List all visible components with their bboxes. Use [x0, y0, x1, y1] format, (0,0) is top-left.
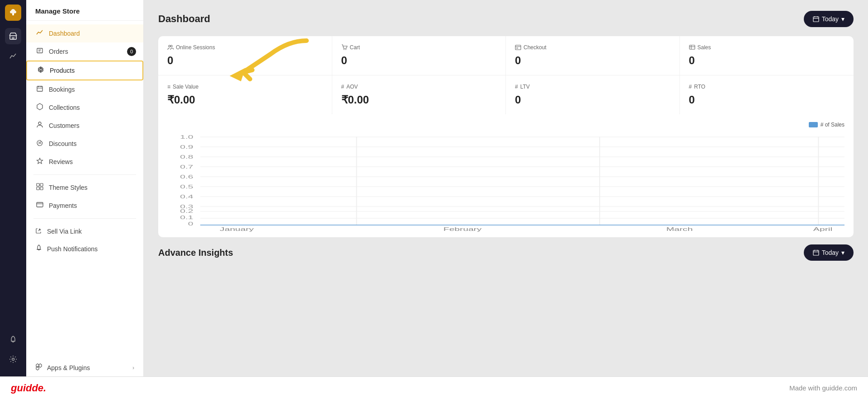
sidebar-item-orders[interactable]: Orders 0	[26, 42, 143, 61]
svg-rect-9	[37, 86, 42, 91]
bell-icon-btn[interactable]	[5, 331, 21, 347]
svg-marker-13	[37, 103, 42, 110]
store-icon-btn[interactable]	[5, 28, 21, 44]
reviews-label: Reviews	[49, 158, 73, 165]
svg-rect-19	[37, 183, 39, 186]
stat-online-sessions: Online Sessions 0	[158, 36, 332, 75]
stat-aov: # AOV ₹0.00	[332, 75, 506, 114]
svg-point-15	[38, 142, 39, 143]
sidebar-item-push-notifications[interactable]: Push Notifications	[26, 240, 143, 258]
today-button[interactable]: Today ▾	[804, 11, 854, 27]
app-logo[interactable]	[5, 5, 21, 21]
advance-insights-header: Advance Insights Today ▾	[158, 244, 854, 261]
bottom-bar: guidde. Made with guidde.com	[0, 376, 868, 399]
svg-rect-37	[516, 47, 518, 49]
sidebar-item-collections[interactable]: Collections	[26, 99, 143, 117]
svg-text:April: April	[813, 226, 832, 232]
dashboard-header: Dashboard Today ▾	[158, 11, 854, 27]
reviews-icon	[35, 157, 44, 166]
chart-icon-btn[interactable]	[5, 48, 21, 64]
chevron-right-icon: ›	[132, 365, 134, 371]
rto-label: RTO	[694, 84, 705, 90]
sidebar-item-bookings[interactable]: Bookings	[26, 80, 143, 99]
nav-divider-2	[33, 218, 136, 219]
aov-value: ₹0.00	[341, 94, 497, 106]
advance-today-button[interactable]: Today ▾	[804, 244, 854, 261]
svg-rect-70	[813, 250, 819, 255]
sell-via-link-label: Sell Via Link	[47, 228, 82, 235]
svg-point-14	[38, 122, 41, 125]
svg-point-3	[12, 358, 14, 361]
stats-row-2: ≡ Sale Value ₹0.00 # AOV ₹0.00 # LTV	[158, 75, 854, 114]
sidebar-item-payments[interactable]: Payments	[26, 197, 143, 215]
stat-rto: # RTO 0	[680, 75, 854, 114]
svg-rect-0	[12, 13, 14, 15]
svg-text:0: 0	[188, 221, 193, 226]
svg-text:0.2: 0.2	[180, 208, 193, 214]
svg-rect-35	[515, 45, 521, 50]
svg-point-17	[40, 143, 41, 144]
legend-color	[809, 122, 818, 127]
products-label: Products	[50, 67, 75, 74]
svg-text:March: March	[666, 226, 693, 232]
apps-plugins-label: Apps & Plugins	[47, 364, 90, 371]
sell-via-link-icon	[35, 227, 42, 235]
bookings-icon	[35, 85, 44, 94]
svg-rect-38	[689, 45, 695, 49]
checkout-label: Checkout	[524, 44, 547, 51]
guidde-logo: guidde.	[11, 382, 46, 394]
chart-area: # of Sales 1.0 0.9 0.8 0.7 0.6 0.5 0.4 0…	[158, 114, 854, 237]
sidebar-nav: Dashboard Orders 0	[26, 21, 143, 359]
stat-sale-value: ≡ Sale Value ₹0.00	[158, 75, 332, 114]
orders-icon	[35, 47, 44, 56]
chart-container: 1.0 0.9 0.8 0.7 0.6 0.5 0.4 0.3 0.2 0.1 …	[167, 132, 844, 232]
sale-value-label: Sale Value	[173, 84, 198, 90]
theme-styles-label: Theme Styles	[49, 184, 88, 191]
cart-value: 0	[341, 54, 497, 67]
dashboard-title: Dashboard	[158, 13, 210, 25]
checkout-value: 0	[515, 54, 670, 67]
ltv-label: LTV	[520, 84, 530, 90]
svg-marker-18	[37, 158, 43, 164]
svg-text:February: February	[443, 226, 482, 232]
customers-icon	[35, 121, 44, 130]
products-icon	[36, 66, 45, 75]
sidebar-item-sell-via-link[interactable]: Sell Via Link	[26, 222, 143, 240]
icon-bar	[0, 0, 26, 376]
sidebar-item-products[interactable]: Products	[26, 61, 143, 80]
svg-rect-23	[37, 202, 43, 207]
rto-value: 0	[689, 94, 845, 106]
online-sessions-value: 0	[167, 54, 323, 67]
svg-rect-22	[40, 187, 43, 190]
svg-text:1.0: 1.0	[180, 134, 193, 140]
sidebar-item-discounts[interactable]: Discounts	[26, 135, 143, 153]
sidebar-item-reviews[interactable]: Reviews	[26, 153, 143, 171]
svg-rect-2	[12, 37, 14, 39]
apps-icon	[35, 363, 42, 372]
svg-rect-21	[37, 187, 39, 190]
sidebar-item-apps-plugins[interactable]: Apps & Plugins ›	[26, 359, 143, 376]
gear-icon-btn[interactable]	[5, 351, 21, 367]
payments-icon	[35, 201, 44, 210]
orders-label: Orders	[49, 48, 68, 55]
svg-point-31	[169, 45, 170, 47]
sidebar-item-theme-styles[interactable]: Theme Styles	[26, 178, 143, 197]
chart-legend-label: # of Sales	[821, 122, 844, 128]
svg-text:0.7: 0.7	[180, 164, 193, 169]
svg-rect-4	[37, 48, 42, 53]
stats-row-1: Online Sessions 0 Cart 0	[158, 36, 854, 75]
svg-text:0.1: 0.1	[180, 215, 193, 220]
svg-point-32	[170, 45, 172, 47]
svg-text:0.5: 0.5	[180, 184, 193, 189]
svg-text:January: January	[220, 226, 254, 232]
sidebar-item-customers[interactable]: Customers	[26, 117, 143, 135]
advance-today-dropdown-icon: ▾	[841, 249, 844, 256]
sidebar-header: Manage Store	[26, 0, 143, 21]
sidebar-item-dashboard[interactable]: Dashboard	[26, 24, 143, 42]
cart-label: Cart	[350, 44, 360, 51]
svg-text:0.9: 0.9	[180, 144, 193, 150]
push-notifications-icon	[35, 244, 42, 253]
push-notifications-label: Push Notifications	[47, 245, 98, 253]
theme-styles-icon	[35, 183, 44, 192]
stat-checkout: Checkout 0	[506, 36, 680, 75]
